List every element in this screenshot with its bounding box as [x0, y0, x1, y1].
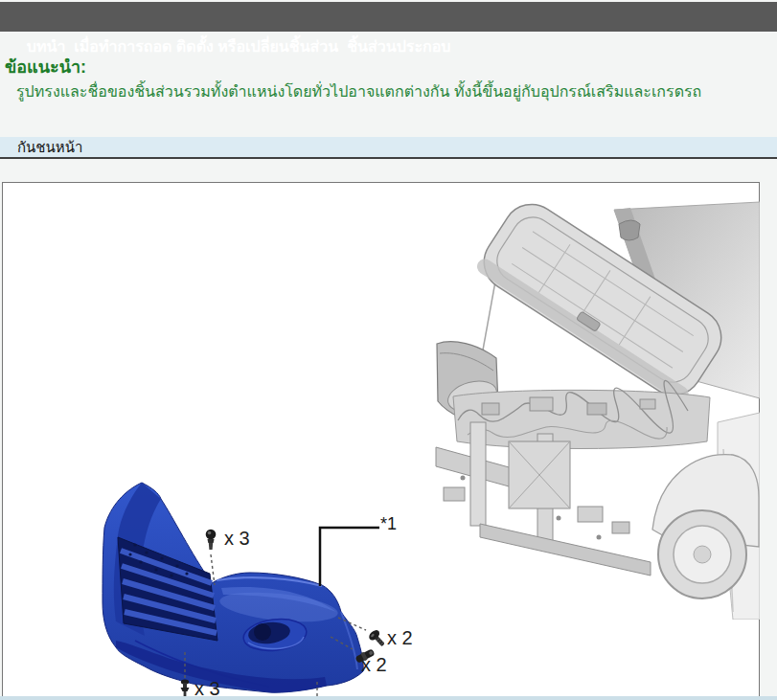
- bottom-edge-strip: [0, 696, 777, 700]
- front-bumper-illustration: [78, 478, 386, 700]
- part-number-label: *1: [380, 514, 397, 534]
- hint-body-text: รูปทรงและชื่อของชิ้นส่วนรวมทั้งตำแหน่งโด…: [16, 79, 701, 103]
- service-manual-page: บทนำ เมื่อทำการถอด ติดตั้ง หรือเปลี่ยนชิ…: [0, 0, 777, 700]
- callout-count-screws: x 2: [387, 627, 413, 649]
- section-header-front-bumper: กันชนหน้า: [0, 137, 777, 159]
- section-title: กันชนหน้า: [0, 137, 777, 157]
- figure-panel: x 3 *1 x 2 x 2 x 3: [2, 182, 760, 700]
- callout-count-top-clips: x 3: [224, 528, 250, 550]
- page-title: บทนำ เมื่อทำการถอด ติดตั้ง หรือเปลี่ยนชิ…: [27, 38, 451, 55]
- hint-heading: ข้อแนะนำ:: [5, 53, 86, 80]
- vehicle-hood-open-illustration: [424, 200, 760, 620]
- callout-count-rivet-clips: x 2: [361, 654, 387, 676]
- page-title-bar: บทนำ เมื่อทำการถอด ติดตั้ง หรือเปลี่ยนชิ…: [0, 2, 777, 32]
